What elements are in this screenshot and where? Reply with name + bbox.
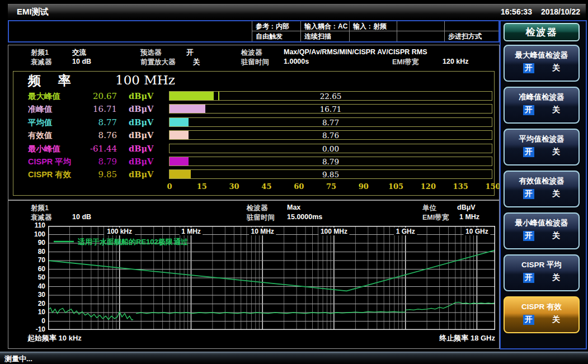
measurement-label: 准峰值 [28, 104, 53, 115]
bar-axis: 0153045607590105120135150 [13, 182, 494, 193]
toggle-off-label[interactable]: 关 [552, 189, 560, 199]
toggle-off-label[interactable]: 关 [552, 273, 560, 283]
measurement-row-min-peak: 最小峰值-61.44dBμV0.00 [13, 143, 494, 155]
on-off-toggle: 开关 [505, 147, 578, 157]
measurement-unit: dBμV [129, 91, 153, 101]
status-cell [445, 21, 498, 31]
status-cell: 输入耦合：AC [301, 21, 350, 31]
decade-label: 100 MHz [321, 228, 347, 235]
scan-emi-bw-value: 1 MHz [459, 213, 479, 221]
instrument-status-strip: 参考：内部输入耦合：AC输入：射频自由触发连续扫描步进扫方式 [8, 20, 500, 42]
toggle-off-label[interactable]: 关 [552, 63, 560, 73]
clock: 16:56:33 2018/10/22 [501, 7, 580, 16]
bar-gauge: 16.71 [169, 104, 492, 114]
toggle-on-label[interactable]: 开 [523, 315, 534, 325]
coupling-value: 交流 [72, 48, 86, 58]
bar-axis-tick: 75 [326, 182, 336, 191]
toggle-on-label[interactable]: 开 [523, 189, 534, 199]
detector-button-label: 有效值检波器 [505, 176, 578, 186]
toggle-on-label[interactable]: 开 [523, 147, 534, 157]
bar-axis-tick: 60 [294, 182, 304, 191]
toggle-on-label[interactable]: 开 [523, 105, 534, 115]
detector-button-label: 准峰值检波器 [505, 92, 578, 102]
measurement-value: 8.79 [71, 157, 117, 167]
measurement-unit: dBμV [129, 144, 153, 153]
dwell-time-label: 驻留时间 [241, 58, 269, 67]
measurement-row-rms: 有效值8.76dBμV8.76 [13, 129, 494, 142]
y-axis-tick-label: 100 [23, 230, 45, 238]
status-cell: 参考：内部 [252, 21, 301, 31]
measurement-row-cispr-average: CISPR 平均8.79dBμV8.79 [13, 155, 494, 168]
measurement-unit: dBμV [129, 130, 153, 140]
toggle-off-label[interactable]: 关 [552, 231, 560, 241]
status-cell [397, 21, 445, 31]
bar-axis-tick: 30 [229, 182, 239, 191]
measurement-unit: dBμV [129, 104, 153, 114]
bar-value-label: 16.71 [170, 105, 492, 114]
measurement-rows: 最大峰值20.67dBμV22.65准峰值16.71dBμV16.71平均值8.… [13, 90, 494, 183]
measurement-value: -61.44 [71, 144, 117, 154]
toggle-off-label[interactable]: 关 [552, 147, 560, 157]
sidebar-button-max-peak-detector[interactable]: 最大峰值检波器开关 [504, 45, 580, 82]
status-cell [350, 31, 397, 41]
toggle-on-label[interactable]: 开 [523, 231, 534, 241]
legend-limit-label: 适用于水面舰船的RE102极限 [77, 238, 173, 246]
emi-test-screen: EMI测试 16:56:33 2018/10/22 参考：内部输入耦合：AC输入… [0, 0, 588, 364]
attenuator-value: 10 dB [72, 58, 91, 65]
toggle-on-label[interactable]: 开 [523, 63, 534, 73]
measurement-box: 频 率 100 MHz 最大峰值20.67dBμV22.65准峰值16.71dB… [13, 71, 495, 196]
status-cell: 自由触发 [252, 31, 301, 41]
detector-value: Max/QP/Av/RMS/MIN/CISPR AV/CISPR RMS [284, 48, 427, 56]
sidebar-button-cispr-average[interactable]: CISPR 平均开关 [504, 254, 580, 291]
sidebar-button-min-peak-detector[interactable]: 最小峰值检波器开关 [504, 212, 580, 249]
limit-line [48, 250, 495, 291]
toggle-off-label[interactable]: 关 [552, 105, 560, 115]
clock-time: 16:56:33 [501, 7, 532, 16]
bar-value-label: 9.85 [170, 170, 492, 179]
measurement-value: 16.71 [71, 104, 117, 114]
bar-gauge: 22.65 [169, 91, 492, 101]
bar-gauge: 8.76 [169, 130, 492, 140]
scan-emi-bw-label: EMI带宽 [422, 213, 449, 223]
bar-axis-tick: 135 [453, 182, 468, 191]
detector-button-label: 最小峰值检波器 [505, 218, 578, 228]
scan-detector-label: 检波器 [247, 204, 268, 213]
measurement-label: 平均值 [28, 117, 53, 128]
detector-menu-button[interactable]: 检波器 [504, 23, 580, 41]
measurement-label: 最小峰值 [28, 144, 60, 154]
measurement-row-max-peak: 最大峰值20.67dBμV22.65 [13, 90, 494, 103]
sidebar-button-cispr-rms[interactable]: CISPR 有效开关 [504, 296, 580, 333]
y-axis-tick-label: 70 [23, 256, 45, 264]
y-axis-tick-label: 10 [23, 308, 45, 316]
sidebar-button-quasi-peak-detector[interactable]: 准峰值检波器开关 [504, 87, 580, 124]
title-bar: EMI测试 16:56:33 2018/10/22 [8, 4, 586, 20]
toggle-off-label[interactable]: 关 [552, 315, 560, 325]
status-message: 测量中... [4, 354, 32, 364]
measurement-unit: dBμV [129, 169, 153, 179]
trace-segment [48, 308, 133, 320]
toggle-on-label[interactable]: 开 [523, 273, 534, 283]
y-axis-tick-label: 30 [23, 291, 45, 299]
preamp-label: 前置放大器 [140, 58, 176, 67]
stop-frequency-label: 终止频率 18 GHz [439, 333, 495, 343]
sidebar-detector-menu: 检波器 最大峰值检波器开关准峰值检波器开关平均值检波器开关有效值检波器开关最小峰… [500, 20, 587, 349]
measurement-row-cispr-rms: CISPR 有效9.85dBμV9.85 [13, 168, 494, 181]
detector-button-label: 平均值检波器 [505, 134, 578, 144]
measurement-label: CISPR 平均 [28, 157, 71, 167]
sidebar-button-rms-detector[interactable]: 有效值检波器开关 [504, 171, 580, 207]
y-axis-tick-label: 20 [23, 300, 45, 308]
measurement-label: 最大峰值 [28, 91, 60, 102]
measurement-row-average: 平均值8.77dBμV8.77 [13, 116, 494, 129]
decade-label: 10 MHz [251, 228, 274, 235]
bar-axis-tick: 0 [167, 182, 172, 191]
scan-dwell-label: 驻留时间 [247, 213, 275, 223]
unit-label: 单位 [422, 204, 436, 213]
status-cell: 连续扫描 [301, 31, 350, 41]
status-cell: 输入：射频 [350, 21, 397, 31]
sidebar-button-average-detector[interactable]: 平均值检波器开关 [504, 129, 580, 166]
measurement-panel: 射频1 交流 预选器 开 检波器 Max/QP/Av/RMS/MIN/CISPR… [8, 45, 500, 200]
rf-channel-label: 射频1 [31, 48, 49, 58]
y-axis-tick-label: 80 [23, 248, 45, 256]
on-off-toggle: 开关 [505, 189, 578, 199]
preamp-value: 关 [193, 58, 200, 67]
